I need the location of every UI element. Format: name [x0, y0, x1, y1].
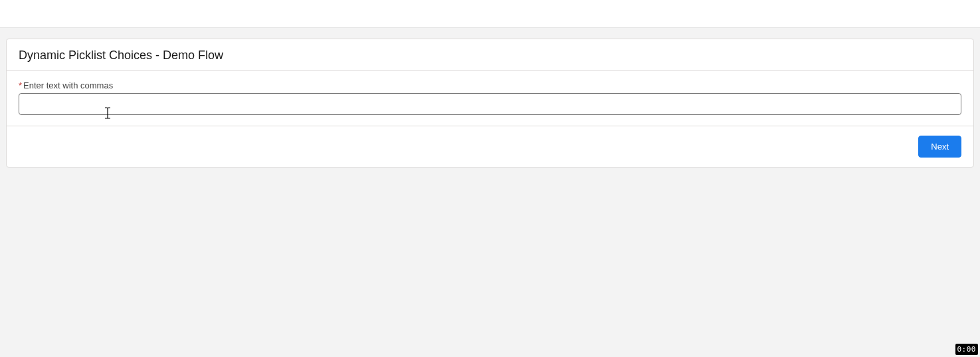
top-bar — [0, 0, 980, 28]
input-label-wrapper: *Enter text with commas — [19, 80, 961, 90]
card-footer: Next — [7, 126, 973, 167]
card-body: *Enter text with commas — [7, 71, 973, 126]
card-header: Dynamic Picklist Choices - Demo Flow — [7, 39, 973, 71]
required-marker: * — [19, 80, 22, 90]
video-time-badge: 0:00 — [955, 344, 979, 355]
card-title: Dynamic Picklist Choices - Demo Flow — [19, 49, 961, 62]
input-label: Enter text with commas — [23, 80, 113, 90]
next-button[interactable]: Next — [918, 136, 961, 158]
page-background: Dynamic Picklist Choices - Demo Flow *En… — [0, 28, 980, 357]
text-with-commas-input[interactable] — [19, 93, 961, 115]
flow-card: Dynamic Picklist Choices - Demo Flow *En… — [6, 39, 974, 168]
